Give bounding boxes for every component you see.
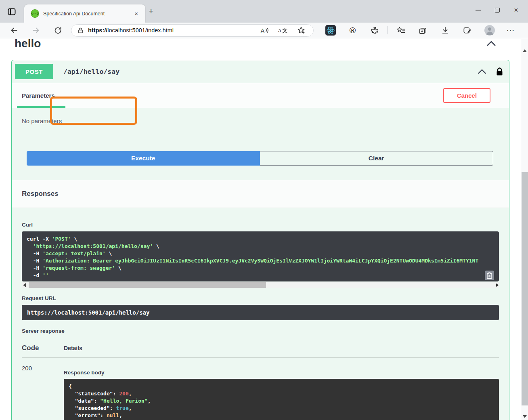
window-controls: × bbox=[469, 0, 526, 20]
refresh-button[interactable] bbox=[47, 24, 69, 37]
swagger-favicon-icon: {··} bbox=[31, 9, 39, 18]
chevron-up-icon bbox=[477, 69, 487, 74]
execute-button[interactable]: Execute bbox=[27, 151, 260, 166]
opblock-post-hello-say: POST /api/hello/say Parameters bbox=[11, 60, 509, 420]
parameters-tab-underline bbox=[17, 106, 65, 108]
settings-more-button[interactable]: ⋯ bbox=[501, 24, 521, 37]
scroll-right-arrow-icon[interactable] bbox=[496, 283, 499, 287]
forward-button[interactable] bbox=[25, 24, 47, 37]
translate-icon: a bbox=[278, 26, 288, 34]
minimize-button[interactable] bbox=[469, 0, 488, 20]
address-bar[interactable]: https://localhost:5001/index.html A a bbox=[71, 24, 314, 37]
clipboard-copy-icon bbox=[486, 272, 492, 279]
horizontal-scrollbar-thumb[interactable] bbox=[29, 282, 266, 288]
status-code: 200 bbox=[22, 358, 64, 372]
code-column-header: Code bbox=[22, 344, 64, 352]
cancel-button[interactable]: Cancel bbox=[443, 88, 490, 103]
minimize-icon bbox=[476, 10, 481, 10]
response-row-200: 200 Response body { "statusCode": 200, "… bbox=[22, 358, 499, 420]
scroll-up-arrow-icon[interactable] bbox=[523, 49, 527, 52]
downloads-button[interactable] bbox=[434, 24, 456, 37]
add-favorite-button[interactable] bbox=[292, 25, 310, 36]
response-table-header: Code Details bbox=[22, 344, 499, 352]
opblock-collapse-button[interactable] bbox=[477, 69, 487, 74]
server-response-label: Server response bbox=[22, 328, 499, 334]
vertical-scrollbar-thumb[interactable] bbox=[522, 172, 528, 405]
browser-tab[interactable]: {··} Specification Api Document × bbox=[24, 4, 145, 23]
refresh-icon bbox=[54, 26, 62, 35]
request-url-label: Request URL bbox=[22, 295, 499, 301]
web-capture-button[interactable] bbox=[456, 24, 478, 37]
tab-actions-menu-button[interactable] bbox=[6, 6, 18, 17]
endpoint-path: /api/hello/say bbox=[63, 68, 119, 76]
new-tab-button[interactable]: + bbox=[149, 7, 153, 15]
curl-horizontal-scrollbar[interactable] bbox=[22, 282, 499, 288]
profile-button[interactable] bbox=[478, 24, 501, 37]
responses-title: Responses bbox=[22, 190, 59, 198]
collections-icon bbox=[418, 26, 427, 35]
title-bar: {··} Specification Api Document × + × bbox=[0, 0, 528, 23]
scroll-down-arrow-icon[interactable] bbox=[523, 415, 527, 418]
tab-parameters[interactable]: Parameters bbox=[22, 92, 55, 99]
back-button[interactable] bbox=[3, 24, 25, 37]
tab-title: Specification Api Document bbox=[43, 11, 132, 17]
web-capture-icon bbox=[463, 26, 472, 35]
forward-icon bbox=[31, 26, 40, 35]
react-devtools-icon bbox=[325, 25, 336, 36]
vertical-tabs-icon bbox=[7, 7, 17, 17]
responses-body: Curl curl -X 'POST' \ 'https://localhost… bbox=[12, 208, 509, 420]
chevron-up-icon bbox=[486, 40, 497, 46]
tag-collapse-button[interactable] bbox=[486, 40, 497, 46]
back-icon bbox=[10, 26, 19, 35]
url-text[interactable]: https://localhost:5001/index.html bbox=[88, 27, 256, 34]
translate-button[interactable]: a bbox=[274, 25, 292, 36]
browser-toolbar: https://localhost:5001/index.html A a bbox=[0, 23, 528, 38]
maximize-button[interactable] bbox=[488, 0, 507, 20]
more-icon: ⋯ bbox=[507, 25, 515, 35]
read-aloud-button[interactable]: A bbox=[256, 25, 274, 36]
tag-divider bbox=[11, 58, 509, 58]
browser-window: {··} Specification Api Document × + × bbox=[0, 0, 528, 420]
curl-label: Curl bbox=[22, 208, 499, 228]
method-badge: POST bbox=[15, 64, 53, 79]
page-vertical-scrollbar[interactable] bbox=[521, 39, 528, 420]
request-url-value: https://localhost:5001/api/hello/say bbox=[22, 305, 499, 320]
lock-icon bbox=[496, 67, 503, 76]
svg-text:a: a bbox=[278, 27, 281, 34]
puzzle-icon bbox=[371, 26, 379, 35]
favorites-button[interactable] bbox=[390, 24, 412, 37]
collections-button[interactable] bbox=[412, 24, 434, 37]
clear-button[interactable]: Clear bbox=[260, 151, 494, 166]
authorize-lock-button[interactable] bbox=[496, 67, 503, 76]
svg-text:A: A bbox=[260, 27, 264, 34]
react-devtools-extension-button[interactable] bbox=[319, 24, 342, 37]
response-body-code: { "statusCode": 200, "data": "Hello, Fur… bbox=[64, 379, 499, 420]
close-window-button[interactable]: × bbox=[507, 0, 526, 20]
swagger-page: hello POST /api/hello/say bbox=[0, 39, 528, 420]
maximize-icon bbox=[495, 8, 500, 13]
copy-to-clipboard-button[interactable] bbox=[485, 271, 494, 280]
parameters-header: Parameters Cancel bbox=[12, 83, 509, 108]
execute-row: Execute Clear bbox=[27, 151, 493, 166]
site-lock-icon[interactable] bbox=[77, 27, 84, 34]
profile-avatar-icon bbox=[484, 25, 495, 36]
registered-extension-button[interactable]: ® bbox=[342, 24, 364, 37]
no-parameters-text: No parameters bbox=[22, 118, 509, 124]
star-plus-icon bbox=[297, 26, 306, 35]
tag-heading: hello bbox=[15, 39, 41, 50]
details-column-header: Details bbox=[64, 345, 82, 351]
curl-code: curl -X 'POST' \ 'https://localhost:5001… bbox=[22, 231, 499, 281]
curl-wrap: curl -X 'POST' \ 'https://localhost:5001… bbox=[22, 231, 499, 288]
scroll-left-arrow-icon[interactable] bbox=[23, 283, 26, 287]
read-aloud-icon: A bbox=[260, 26, 270, 34]
response-body-label: Response body bbox=[64, 358, 499, 376]
favorites-star-list-icon bbox=[396, 26, 406, 35]
download-icon bbox=[441, 26, 450, 35]
registered-icon: ® bbox=[350, 25, 356, 35]
opblock-summary[interactable]: POST /api/hello/say bbox=[12, 60, 509, 83]
extensions-button[interactable] bbox=[364, 24, 386, 37]
responses-header: Responses bbox=[12, 180, 509, 208]
toolbar-separator bbox=[388, 26, 388, 34]
tab-close-icon[interactable]: × bbox=[132, 9, 140, 18]
